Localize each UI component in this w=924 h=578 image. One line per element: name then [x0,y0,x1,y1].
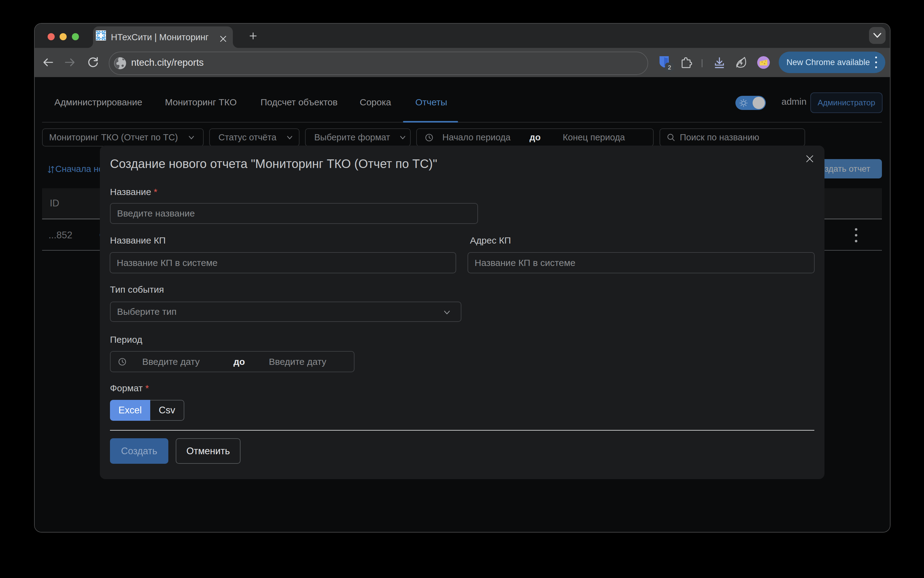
svg-text:2: 2 [668,64,671,71]
